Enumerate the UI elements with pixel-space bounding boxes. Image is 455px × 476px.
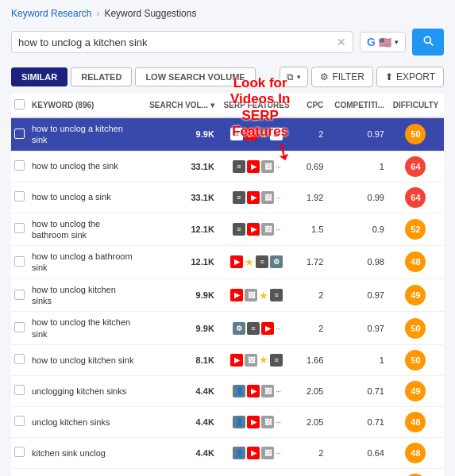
- flag-icon: 🇺🇸: [379, 36, 391, 48]
- breadcrumb-current: Keyword Suggestions: [104, 8, 196, 19]
- row-cpc: 2: [295, 312, 326, 345]
- engine-selector[interactable]: G 🇺🇸 ▾: [360, 32, 406, 52]
- header-checkbox[interactable]: [11, 94, 29, 117]
- row-search-vol: 12.1K: [141, 246, 218, 279]
- row-difficulty: 49: [388, 375, 444, 406]
- row-serp-features: ≡▶🖼···: [218, 213, 296, 246]
- row-serp-features: 👤▶🖼···: [218, 406, 296, 437]
- breadcrumb: Keyword Research › Keyword Suggestions: [0, 0, 455, 24]
- row-serp-features: ≡▶···: [218, 468, 296, 476]
- row-checkbox[interactable]: [11, 344, 29, 375]
- row-cpc: 2: [295, 117, 326, 151]
- keyword-table: KEYWORD (896) SEARCH VOL... ▾ SERP FEATU…: [11, 94, 444, 476]
- row-competition: 0.97: [326, 117, 388, 151]
- row-cpc: 2: [295, 278, 326, 312]
- row-competition: 0.97: [326, 278, 388, 312]
- row-serp-features: 👤▶🖼···: [218, 437, 296, 468]
- row-difficulty: 64: [388, 182, 444, 213]
- row-checkbox[interactable]: [11, 406, 29, 437]
- tabs-row: SIMILAR RELATED LOW SEARCH VOLUME ⧉ ▾ ⚙ …: [0, 63, 455, 94]
- row-serp-features: ≡▶🖼···: [218, 182, 296, 213]
- row-serp-features: ⚙≡▶···: [218, 312, 296, 345]
- row-checkbox[interactable]: [11, 278, 29, 312]
- row-serp-features: ≡▶★⊞: [218, 117, 296, 151]
- row-search-vol: 4.4K: [141, 468, 218, 476]
- row-competition: 1: [326, 151, 388, 182]
- table-row: how to unclog the bathroom sink 12.1K ≡▶…: [11, 213, 444, 246]
- breadcrumb-sep: ›: [96, 8, 99, 19]
- row-serp-features: 👤▶🖼···: [218, 375, 296, 406]
- row-keyword: how to unclog the kitchen sink: [29, 312, 141, 345]
- row-checkbox[interactable]: [11, 246, 29, 279]
- copy-button[interactable]: ⧉ ▾: [280, 67, 308, 87]
- search-input[interactable]: [18, 36, 332, 48]
- row-serp-features: ≡▶🖼···: [218, 151, 296, 182]
- row-serp-features: ▶★≡⚙: [218, 246, 296, 279]
- row-checkbox[interactable]: [11, 117, 29, 151]
- export-icon: ⬆: [385, 71, 393, 83]
- row-checkbox[interactable]: [11, 375, 29, 406]
- row-checkbox[interactable]: [11, 151, 29, 182]
- table-row: kitchen sink unclog 4.4K 👤▶🖼··· 2 0.64 4…: [11, 437, 444, 468]
- row-competition: 0.71: [326, 375, 388, 406]
- header-keyword: KEYWORD (896): [29, 94, 141, 117]
- row-checkbox[interactable]: [11, 312, 29, 345]
- row-checkbox[interactable]: [11, 182, 29, 213]
- table-row: how to unclog a sink 33.1K ≡▶🖼··· 1.92 0…: [11, 182, 444, 213]
- tab-related[interactable]: RELATED: [71, 67, 132, 86]
- table-row: how to unclog kitchen sinks 9.9K ▶🖼★≡ 2 …: [11, 278, 444, 312]
- row-keyword: how to unclog the sink: [29, 151, 141, 182]
- row-keyword: how to unclog the bathroom sink: [29, 213, 141, 246]
- row-cpc: 1.92: [295, 182, 326, 213]
- table-row: unclogging kitchen sinks 4.4K 👤▶🖼··· 2.0…: [11, 375, 444, 406]
- row-cpc: 1.66: [295, 344, 326, 375]
- row-cpc: 2: [295, 437, 326, 468]
- row-difficulty: 49: [388, 468, 444, 476]
- row-difficulty: 50: [388, 117, 444, 151]
- row-checkbox[interactable]: [11, 468, 29, 476]
- chevron-down-icon2: ▾: [297, 73, 301, 81]
- tab-similar[interactable]: SIMILAR: [11, 67, 67, 86]
- chevron-down-icon: ▾: [395, 38, 399, 46]
- row-competition: 0.97: [326, 312, 388, 345]
- header-competition: COMPETITI...: [326, 94, 388, 117]
- table-row: how to unclog a sink drain 4.4K ≡▶··· 1.…: [11, 468, 444, 476]
- row-difficulty: 50: [388, 344, 444, 375]
- row-search-vol: 8.1K: [141, 344, 218, 375]
- table-row: unclog kitchen sinks 4.4K 👤▶🖼··· 2.05 0.…: [11, 406, 444, 437]
- row-difficulty: 50: [388, 312, 444, 345]
- row-cpc: 1.5: [295, 213, 326, 246]
- filter-icon: ⚙: [320, 71, 329, 83]
- row-cpc: 2.05: [295, 406, 326, 437]
- row-keyword: unclog kitchen sinks: [29, 406, 141, 437]
- row-difficulty: 48: [388, 406, 444, 437]
- row-competition: 0.98: [326, 246, 388, 279]
- row-search-vol: 9.9K: [141, 312, 218, 345]
- search-button[interactable]: [412, 29, 444, 56]
- row-competition: 0.9: [326, 213, 388, 246]
- row-search-vol: 4.4K: [141, 406, 218, 437]
- engine-icon: G: [367, 36, 376, 48]
- search-icon: [422, 34, 434, 47]
- table-row: how to unclog a kitchen sink 9.9K ≡▶★⊞ 2…: [11, 117, 444, 151]
- row-competition: 1: [326, 344, 388, 375]
- export-button[interactable]: ⬆ EXPORT: [376, 67, 444, 87]
- row-search-vol: 33.1K: [141, 182, 218, 213]
- row-difficulty: 64: [388, 151, 444, 182]
- clear-icon[interactable]: ✕: [337, 36, 346, 48]
- row-search-vol: 4.4K: [141, 375, 218, 406]
- header-search-vol[interactable]: SEARCH VOL... ▾: [141, 94, 218, 117]
- filter-button[interactable]: ⚙ FILTER: [311, 67, 372, 87]
- search-bar: ✕ G 🇺🇸 ▾: [0, 24, 455, 63]
- row-keyword: how to unclog a kitchen sink: [29, 117, 141, 151]
- row-difficulty: 48: [388, 246, 444, 279]
- row-checkbox[interactable]: [11, 213, 29, 246]
- header-serp-features: SERP FEATURES: [218, 94, 296, 117]
- breadcrumb-parent[interactable]: Keyword Research: [11, 8, 91, 19]
- tab-low-search-volume[interactable]: LOW SEARCH VOLUME: [135, 67, 255, 86]
- row-checkbox[interactable]: [11, 437, 29, 468]
- row-search-vol: 33.1K: [141, 151, 218, 182]
- row-cpc: 2.05: [295, 375, 326, 406]
- row-search-vol: 4.4K: [141, 437, 218, 468]
- header-difficulty: DIFFICULTY: [388, 94, 444, 117]
